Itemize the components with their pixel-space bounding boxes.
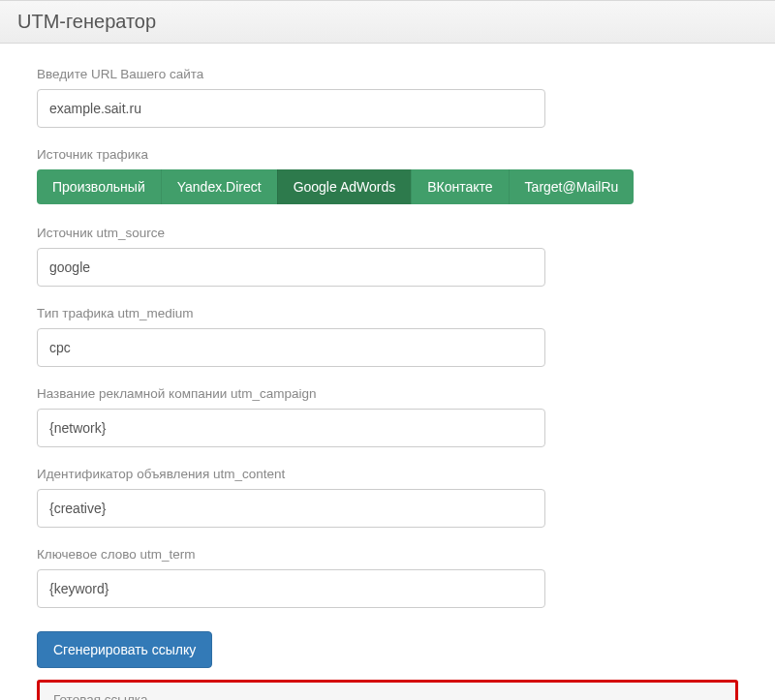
page-title: UTM-генератор <box>17 11 758 33</box>
utm-term-input[interactable] <box>37 569 545 608</box>
generate-button[interactable]: Сгенерировать ссылку <box>37 631 212 668</box>
traffic-source-label: Источник трафика <box>37 147 738 162</box>
utm-content-input[interactable] <box>37 489 545 528</box>
source-btn-targetmailru[interactable]: Target@MailRu <box>509 169 635 204</box>
utm-campaign-input[interactable] <box>37 409 545 447</box>
source-btn-vk[interactable]: ВКонтакте <box>411 169 508 204</box>
source-btn-custom[interactable]: Произвольный <box>37 169 161 204</box>
utm-content-group: Идентификатор объявления utm_content <box>37 467 738 528</box>
utm-term-group: Ключевое слово utm_term <box>37 547 738 608</box>
utm-medium-label: Тип трафика utm_medium <box>37 306 738 320</box>
utm-source-input[interactable] <box>37 248 545 287</box>
result-box: Готовая ссылка <box>37 680 738 700</box>
traffic-source-group: Источник трафика Произвольный Yandex.Dir… <box>37 147 738 204</box>
utm-campaign-label: Название рекламной компании utm_campaign <box>37 386 738 401</box>
source-btn-google[interactable]: Google AdWords <box>277 169 412 204</box>
url-input[interactable] <box>37 89 545 128</box>
utm-source-group: Источник utm_source <box>37 226 738 287</box>
content-area: Введите URL Вашего сайта Источник трафик… <box>0 44 775 700</box>
utm-content-label: Идентификатор объявления utm_content <box>37 467 738 481</box>
traffic-source-buttons: Произвольный Yandex.Direct Google AdWord… <box>37 169 634 204</box>
source-btn-yandex[interactable]: Yandex.Direct <box>161 169 277 204</box>
utm-medium-group: Тип трафика utm_medium <box>37 306 738 367</box>
utm-term-label: Ключевое слово utm_term <box>37 547 738 562</box>
utm-medium-input[interactable] <box>37 328 545 367</box>
url-group: Введите URL Вашего сайта <box>37 67 738 128</box>
url-label: Введите URL Вашего сайта <box>37 67 738 81</box>
utm-source-label: Источник utm_source <box>37 226 738 240</box>
utm-campaign-group: Название рекламной компании utm_campaign <box>37 386 738 447</box>
result-label: Готовая ссылка <box>53 692 722 700</box>
page-header: UTM-генератор <box>0 0 775 44</box>
